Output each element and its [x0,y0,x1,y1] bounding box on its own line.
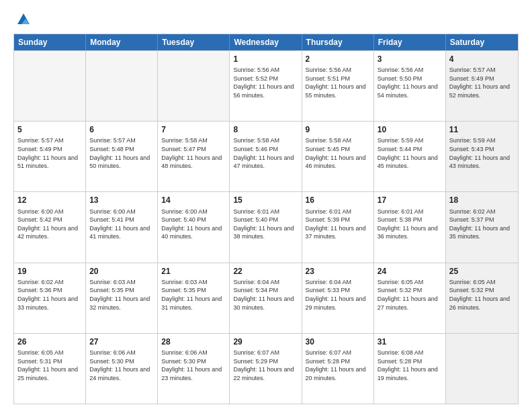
empty-cell [14,51,86,121]
day-cell-24: 24Sunrise: 6:05 AMSunset: 5:32 PMDayligh… [374,263,446,333]
day-cell-2: 2Sunrise: 5:56 AMSunset: 5:51 PMDaylight… [302,51,374,121]
day-number: 15 [233,195,298,205]
day-number: 28 [161,336,226,347]
day-cell-4: 4Sunrise: 5:57 AMSunset: 5:49 PMDaylight… [446,51,518,121]
day-number: 4 [449,54,515,64]
cell-text: Sunset: 5:32 PM [378,286,442,295]
day-cell-10: 10Sunrise: 5:59 AMSunset: 5:44 PMDayligh… [374,122,446,191]
day-cell-7: 7Sunrise: 5:58 AMSunset: 5:47 PMDaylight… [158,122,230,191]
day-cell-8: 8Sunrise: 5:58 AMSunset: 5:46 PMDaylight… [230,122,302,191]
day-cell-19: 19Sunrise: 6:02 AMSunset: 5:36 PMDayligh… [14,263,86,333]
cell-text: Sunrise: 6:04 AM [233,278,298,287]
day-cell-26: 26Sunrise: 6:05 AMSunset: 5:31 PMDayligh… [14,334,86,404]
cell-text: Daylight: 11 hours and 40 minutes. [161,224,226,241]
day-cell-6: 6Sunrise: 5:57 AMSunset: 5:48 PMDaylight… [86,122,158,191]
cell-text: Daylight: 11 hours and 29 minutes. [306,295,370,312]
day-number: 11 [449,124,515,135]
day-number: 27 [89,336,154,347]
day-cell-29: 29Sunrise: 6:07 AMSunset: 5:29 PMDayligh… [230,334,302,404]
day-cell-11: 11Sunrise: 5:59 AMSunset: 5:43 PMDayligh… [446,122,518,191]
day-cell-14: 14Sunrise: 6:00 AMSunset: 5:40 PMDayligh… [158,192,230,262]
cell-text: Sunset: 5:34 PM [233,286,298,295]
day-cell-9: 9Sunrise: 5:58 AMSunset: 5:45 PMDaylight… [302,122,374,191]
day-cell-1: 1Sunrise: 5:56 AMSunset: 5:52 PMDaylight… [230,51,302,121]
cell-text: Sunset: 5:42 PM [17,216,82,224]
day-cell-22: 22Sunrise: 6:04 AMSunset: 5:34 PMDayligh… [230,263,302,333]
cell-text: Sunset: 5:28 PM [378,357,442,366]
cell-text: Daylight: 11 hours and 50 minutes. [89,154,154,171]
cell-text: Sunset: 5:41 PM [89,216,154,224]
day-number: 29 [233,336,298,347]
day-cell-30: 30Sunrise: 6:07 AMSunset: 5:28 PMDayligh… [302,334,374,404]
cell-text: Daylight: 11 hours and 32 minutes. [89,295,154,312]
day-number: 30 [306,336,370,347]
cell-text: Daylight: 11 hours and 56 minutes. [233,83,298,99]
cell-text: Sunset: 5:43 PM [449,145,515,154]
day-number: 8 [233,124,298,135]
header-day-monday: Monday [86,34,158,50]
cell-text: Sunrise: 5:57 AM [449,66,515,75]
empty-cell [158,51,230,121]
day-number: 3 [378,54,442,64]
cell-text: Sunrise: 6:00 AM [17,208,82,216]
day-number: 9 [306,124,370,135]
cell-text: Sunrise: 5:58 AM [233,136,298,145]
cell-text: Daylight: 11 hours and 47 minutes. [233,154,298,171]
cell-text: Daylight: 11 hours and 31 minutes. [161,295,226,312]
day-cell-25: 25Sunrise: 6:05 AMSunset: 5:32 PMDayligh… [446,263,518,333]
header-day-sunday: Sunday [14,34,86,50]
empty-cell [86,51,158,121]
cell-text: Daylight: 11 hours and 24 minutes. [89,365,154,382]
day-number: 26 [17,336,82,347]
day-cell-17: 17Sunrise: 6:01 AMSunset: 5:38 PMDayligh… [374,192,446,262]
cell-text: Sunrise: 5:57 AM [89,136,154,145]
calendar: SundayMondayTuesdayWednesdayThursdayFrid… [13,34,519,404]
cell-text: Sunset: 5:49 PM [449,75,515,83]
cell-text: Sunset: 5:35 PM [161,286,226,295]
day-cell-20: 20Sunrise: 6:03 AMSunset: 5:35 PMDayligh… [86,263,158,333]
day-cell-23: 23Sunrise: 6:04 AMSunset: 5:33 PMDayligh… [302,263,374,333]
cell-text: Daylight: 11 hours and 46 minutes. [306,154,370,171]
day-cell-15: 15Sunrise: 6:01 AMSunset: 5:40 PMDayligh… [230,192,302,262]
cell-text: Daylight: 11 hours and 26 minutes. [449,295,515,312]
cell-text: Daylight: 11 hours and 54 minutes. [378,83,442,99]
cell-text: Sunset: 5:40 PM [233,216,298,224]
cell-text: Daylight: 11 hours and 25 minutes. [17,365,82,382]
cell-text: Daylight: 11 hours and 42 minutes. [17,224,82,241]
cell-text: Sunset: 5:32 PM [449,286,515,295]
day-number: 14 [161,195,226,205]
day-cell-5: 5Sunrise: 5:57 AMSunset: 5:49 PMDaylight… [14,122,86,191]
cell-text: Sunrise: 6:04 AM [306,278,370,287]
day-number: 23 [306,266,370,277]
cell-text: Sunrise: 5:59 AM [449,136,515,145]
cell-text: Daylight: 11 hours and 51 minutes. [17,154,82,171]
cell-text: Daylight: 11 hours and 20 minutes. [306,365,370,382]
cell-text: Sunset: 5:40 PM [161,216,226,224]
cell-text: Daylight: 11 hours and 30 minutes. [233,295,298,312]
day-number: 18 [449,195,515,205]
day-number: 17 [378,195,442,205]
cell-text: Sunrise: 6:08 AM [378,349,442,357]
cell-text: Sunset: 5:39 PM [306,216,370,224]
day-number: 16 [306,195,370,205]
header [13,12,519,27]
cell-text: Sunset: 5:50 PM [378,75,442,83]
day-cell-13: 13Sunrise: 6:00 AMSunset: 5:41 PMDayligh… [86,192,158,262]
cell-text: Daylight: 11 hours and 36 minutes. [378,224,442,241]
day-cell-27: 27Sunrise: 6:06 AMSunset: 5:30 PMDayligh… [86,334,158,404]
calendar-row-4: 19Sunrise: 6:02 AMSunset: 5:36 PMDayligh… [14,263,518,333]
page: SundayMondayTuesdayWednesdayThursdayFrid… [0,0,532,411]
cell-text: Sunrise: 6:01 AM [306,208,370,216]
day-cell-28: 28Sunrise: 6:06 AMSunset: 5:30 PMDayligh… [158,334,230,404]
cell-text: Daylight: 11 hours and 35 minutes. [449,224,515,241]
calendar-header: SundayMondayTuesdayWednesdayThursdayFrid… [14,34,518,50]
header-day-tuesday: Tuesday [158,34,230,50]
day-number: 25 [449,266,515,277]
cell-text: Sunset: 5:33 PM [306,286,370,295]
header-day-saturday: Saturday [446,34,518,50]
calendar-row-5: 26Sunrise: 6:05 AMSunset: 5:31 PMDayligh… [14,333,518,404]
cell-text: Sunrise: 6:07 AM [306,349,370,357]
cell-text: Daylight: 11 hours and 45 minutes. [378,154,442,171]
day-number: 12 [17,195,82,205]
day-cell-16: 16Sunrise: 6:01 AMSunset: 5:39 PMDayligh… [302,192,374,262]
